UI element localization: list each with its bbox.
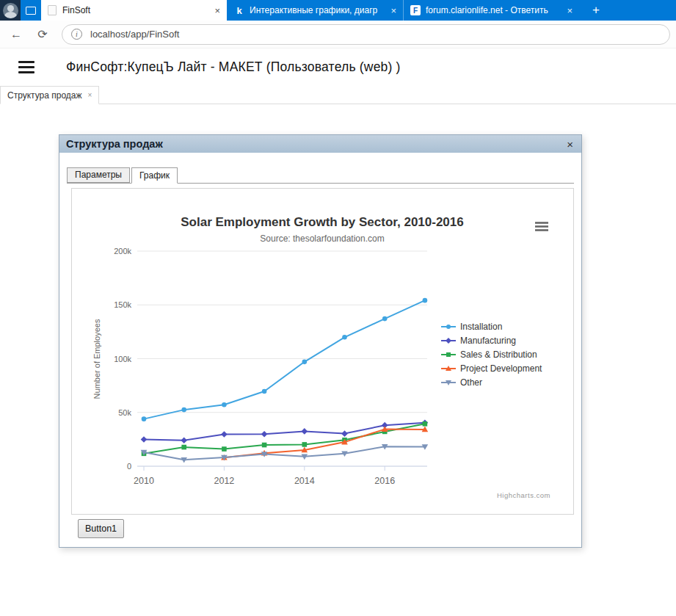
tab-close-icon[interactable]: × xyxy=(390,5,396,16)
legend-label: Project Development xyxy=(460,363,542,374)
legend-item[interactable]: Sales & Distribution xyxy=(441,347,542,361)
legend-marker-icon xyxy=(441,378,456,387)
y-tick-label: 50k xyxy=(118,408,131,417)
sales-structure-window: Структура продаж × Параметры График 050k… xyxy=(59,134,582,548)
x-tick-label: 2014 xyxy=(294,476,315,486)
x-tick-label: 2012 xyxy=(214,476,234,486)
button1[interactable]: Button1 xyxy=(78,519,124,538)
legend-marker-icon xyxy=(441,322,456,331)
forum-favicon-icon: F xyxy=(410,5,421,15)
x-tick-label: 2010 xyxy=(134,476,154,486)
browser-tab-forum[interactable]: F forum.clarionlife.net - Ответить × xyxy=(403,0,579,21)
browser-tab-title: Интерактивные графики, диагр xyxy=(250,5,385,15)
window-close-icon[interactable]: × xyxy=(565,138,575,151)
y-axis-title: Number of Employees xyxy=(92,319,101,399)
legend-item[interactable]: Manufacturing xyxy=(441,333,542,347)
user-avatar-icon xyxy=(3,3,18,18)
new-tab-button[interactable]: + xyxy=(584,0,608,21)
legend-item[interactable]: Project Development xyxy=(441,361,542,375)
tab-close-icon[interactable]: × xyxy=(567,5,573,16)
tab-parameters[interactable]: Параметры xyxy=(67,167,130,183)
window-tab-strip: Параметры График xyxy=(67,167,574,184)
chart-title: Solar Employment Growth by Sector, 2010-… xyxy=(181,215,463,229)
chart-menu-icon[interactable] xyxy=(535,223,548,231)
tab-close-icon[interactable]: × xyxy=(214,5,220,16)
y-tick-label: 150k xyxy=(114,300,131,309)
window-title: Структура продаж xyxy=(66,138,163,150)
x-tick-label: 2016 xyxy=(374,476,395,486)
document-tab-label: Структура продаж xyxy=(7,90,82,101)
legend-marker-icon xyxy=(441,336,456,345)
document-tab-close-icon[interactable]: × xyxy=(88,91,92,99)
legend-marker-icon xyxy=(441,350,456,359)
browser-tab-bar: FinSoft × k Интерактивные графики, диагр… xyxy=(0,0,676,21)
y-tick-label: 100k xyxy=(114,355,131,363)
profile-button[interactable] xyxy=(0,0,21,21)
tab-chart[interactable]: График xyxy=(131,167,178,184)
chart-legend: InstallationManufacturingSales & Distrib… xyxy=(441,319,542,389)
back-button[interactable]: ← xyxy=(3,28,29,41)
page-favicon-icon xyxy=(48,5,57,15)
legend-label: Other xyxy=(460,377,482,388)
refresh-button[interactable]: ⟳ xyxy=(29,27,56,41)
legend-marker-icon xyxy=(441,364,456,373)
browser-toolbar: ← ⟳ i localhost/app/FinSoft xyxy=(0,21,676,48)
legend-item[interactable]: Other xyxy=(441,375,542,389)
address-bar[interactable]: i localhost/app/FinSoft xyxy=(62,24,670,45)
site-info-icon[interactable]: i xyxy=(71,29,82,40)
y-tick-label: 200k xyxy=(114,247,131,256)
kandinsky-favicon-icon: k xyxy=(233,5,245,16)
tab-preview-button[interactable] xyxy=(21,0,41,21)
app-title: ФинСофт:КупецЪ Лайт - МАКЕТ (Пользовател… xyxy=(66,59,401,75)
address-url: localhost/app/FinSoft xyxy=(90,29,179,40)
browser-tab-graphics[interactable]: k Интерактивные графики, диагр × xyxy=(227,0,403,21)
legend-label: Manufacturing xyxy=(460,336,516,346)
document-tab-sales-structure[interactable]: Структура продаж × xyxy=(0,86,99,104)
window-title-bar: Структура продаж × xyxy=(59,135,581,153)
app-header: ФинСофт:КупецЪ Лайт - МАКЕТ (Пользовател… xyxy=(0,48,676,86)
browser-tab-title: forum.clarionlife.net - Ответить xyxy=(426,5,561,15)
tab-preview-icon xyxy=(26,7,36,15)
browser-tab-title: FinSoft xyxy=(62,5,208,15)
legend-label: Sales & Distribution xyxy=(460,349,537,360)
legend-item[interactable]: Installation xyxy=(441,319,542,333)
legend-label: Installation xyxy=(460,322,502,332)
chart-subtitle: Source: thesolarfoundation.com xyxy=(260,233,384,244)
y-tick-label: 0 xyxy=(127,462,131,471)
menu-icon[interactable] xyxy=(18,61,34,73)
chart-credit: Highcharts.com xyxy=(497,491,550,499)
browser-tab-finsoft[interactable]: FinSoft × xyxy=(41,0,227,21)
chart-panel: 050k100k150k200k2010201220142016Solar Em… xyxy=(71,188,574,515)
document-tab-row: Структура продаж × xyxy=(0,86,676,104)
